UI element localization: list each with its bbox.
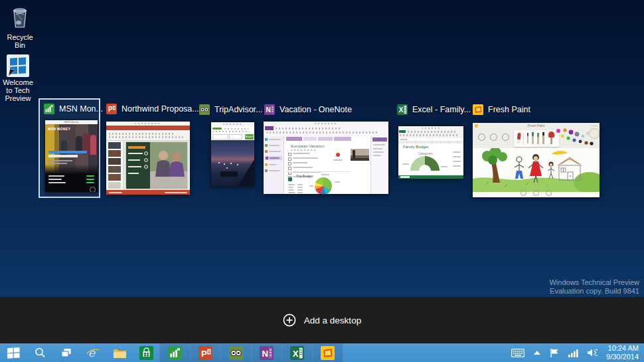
tripadvisor-photo [211,140,254,186]
mini-window-title: MSN Money [64,121,78,124]
windows-start-icon [7,347,20,359]
taskbar-app-onenote[interactable]: N [251,343,282,362]
search-icon [34,347,46,359]
welcome-tech-preview-icon [7,54,29,77]
flag-icon [550,348,560,358]
window-title: Excel - Family... [412,105,471,114]
tripadvisor-app-icon [199,104,210,115]
ppt-slide-panel [106,141,123,190]
clock-time: 10:24 AM [606,344,639,353]
svg-text:N: N [262,348,268,358]
tripadvisor-thumbnail: Search [211,122,254,186]
chevron-up-icon [533,350,541,355]
msn-ticker-list [45,173,98,192]
desktop-icon-welcome-to-tech-preview[interactable]: Welcome to Tech Preview [0,54,37,102]
svg-text:N: N [266,106,271,114]
freshpaint-canvas [473,148,600,192]
file-explorer-button[interactable] [106,343,133,362]
excel-thumbnail: Family Budget Categories [398,126,463,179]
svg-text:X: X [293,348,299,358]
taskbar-app-msn-money[interactable] [159,343,190,362]
window-title: Vacation - OneNote [280,105,352,114]
window-title: MSN Mon... [59,104,103,114]
onenote-photo [351,149,369,161]
excel-sheet-title: Family Budget [403,145,428,149]
internet-explorer-icon: e [86,345,100,360]
onenote-right-pane [370,136,388,194]
add-desktop-button[interactable]: Add a desktop [279,313,365,327]
fresh-paint-app-icon [473,104,483,115]
start-button[interactable] [0,343,27,362]
svg-text:e: e [88,346,96,359]
powerpoint-icon: P [199,346,212,360]
desktop-icon-label: Welcome to Tech Preview [0,78,37,102]
network-button[interactable] [568,349,578,357]
excel-doughnut-chart [410,156,440,171]
browser-header: Search [211,126,254,141]
onenote-budget-title: Trip Budget [296,174,313,178]
task-view-button[interactable] [53,343,80,362]
taskbar-app-powerpoint[interactable]: P [190,343,220,362]
clock-date: 9/30/2014 [606,353,639,361]
msn-photo [45,124,98,173]
tripadvisor-search-button: Search [245,134,254,139]
freshpaint-color-dots [553,128,600,148]
desktop: Recycle Bin Welcome to Tech Preview .tv-… [0,0,644,362]
taskbar-app-fresh-paint[interactable] [312,343,343,362]
system-tray: 10:24 AM 9/30/2014 [511,343,644,362]
svg-text:P: P [108,106,113,113]
excel-ribbon [398,130,463,139]
window-title: TripAdvisor... [214,105,262,114]
excel-app-icon: X [397,104,408,115]
fresh-paint-icon [321,346,335,360]
ppt-status-bar [106,190,190,195]
plus-circle-icon [283,314,296,327]
msn-money-icon [168,346,182,360]
onenote-page: European Vacation Trip Budget [284,141,370,194]
watermark-line1: Windows Technical Preview [549,278,639,287]
fresh-paint-thumbnail: Fresh Paint [473,123,600,197]
msn-money-thumbnail: MSN Money MSN MONEY [45,120,98,192]
onenote-budget-section: Trip Budget [287,171,351,194]
onenote-ribbon [264,126,388,137]
window-title: Northwind Proposa... [121,104,199,114]
excel-chart-title: Categories [418,152,433,155]
task-view-icon [60,347,72,359]
store-icon [139,346,153,360]
mini-window-title: Fresh Paint [528,124,545,128]
touch-keyboard-button[interactable] [511,349,524,357]
recycle-bin-icon [9,20,31,31]
onenote-notebook-pane [264,136,284,194]
file-explorer-icon [113,347,127,359]
window-title: Fresh Paint [488,105,530,114]
ppt-slide [126,142,187,189]
freshpaint-toolbar [473,128,600,148]
onenote-app-icon: N [264,104,275,115]
svg-text:X: X [399,106,404,114]
freshpaint-brush-panel [514,130,559,147]
onenote-page-title: European Vacation [291,144,325,148]
desktop-icon-recycle-bin[interactable]: Recycle Bin [1,5,39,49]
onenote-pin-icon [336,153,340,157]
powerpoint-thumbnail [106,122,190,195]
taskbar-clock[interactable]: 10:24 AM 9/30/2014 [606,344,639,361]
msn-money-app-icon [44,104,54,114]
store-button[interactable] [133,343,159,362]
excel-sheet: Family Budget Categories [398,143,463,175]
volume-button[interactable] [587,348,598,357]
powerpoint-app-icon: P [106,104,117,114]
ppt-ribbon [106,130,190,141]
search-button[interactable] [27,343,53,362]
taskbar-app-excel[interactable]: X [282,343,312,362]
show-hidden-icons-button[interactable] [533,350,541,355]
add-desktop-bar: Add a desktop [0,297,644,343]
internet-explorer-button[interactable]: e [80,343,106,362]
ppt-ribbon-tabs [106,126,190,130]
onenote-icon: N [260,346,274,360]
taskbar: e P N X [0,343,644,362]
action-center-button[interactable] [550,348,560,358]
desktop-icon-label: Recycle Bin [1,33,39,49]
ppt-slide-photo [126,142,187,189]
taskbar-app-tripadvisor[interactable] [220,343,251,362]
msn-money-logo: MSN MONEY [48,127,70,131]
